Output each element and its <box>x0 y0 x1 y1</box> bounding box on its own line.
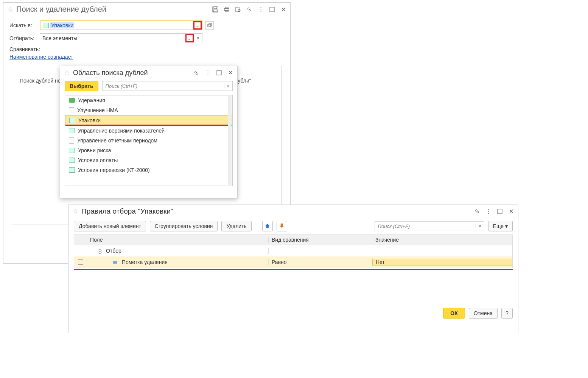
catalog-icon <box>69 148 75 153</box>
group-conditions-button[interactable]: Сгруппировать условия <box>150 221 218 231</box>
collapse-icon[interactable]: − <box>98 249 102 254</box>
help-button[interactable]: ? <box>501 308 513 319</box>
list-item-label: Условия перевозки (КТ-2000) <box>78 167 150 173</box>
col-val-header[interactable]: Значение <box>372 237 512 243</box>
list-item-label: Условия оплаты <box>78 157 118 163</box>
table-group-row[interactable]: − Отбор <box>74 245 512 256</box>
win3-search-clear[interactable]: × <box>476 223 484 229</box>
table-body: − Отбор Пометка удаления Равно Нет <box>74 245 513 268</box>
maximize-icon[interactable] <box>497 208 503 214</box>
compare-label: Сравнивать: <box>9 46 40 52</box>
list-item[interactable]: Улучшение НМА <box>65 105 232 115</box>
search-in-open-button[interactable] <box>205 21 214 30</box>
table-header: Поле Вид сравнения Значение <box>74 234 513 245</box>
table-row[interactable]: Пометка удаления Равно Нет <box>74 256 512 268</box>
star-icon[interactable]: ☆ <box>64 69 70 77</box>
list-item-label: Улучшение НМА <box>77 107 118 113</box>
red-underline <box>65 125 232 126</box>
win3-search-input[interactable] <box>375 223 476 229</box>
filter-rules-window: ☆ Правила отбора "Упаковки" ⋮ ✕ Добавить… <box>68 205 518 333</box>
document-icon <box>69 137 74 144</box>
win2-search[interactable]: × <box>102 81 233 91</box>
col-field-header[interactable]: Поле <box>87 237 269 243</box>
close-icon[interactable]: ✕ <box>508 208 514 214</box>
close-icon[interactable]: ✕ <box>280 6 286 12</box>
ok-button[interactable]: ОК <box>443 308 465 319</box>
search-in-value: Упаковки <box>50 22 74 28</box>
svg-rect-9 <box>270 7 274 12</box>
more-icon[interactable]: ⋮ <box>485 208 492 214</box>
add-element-button[interactable]: Добавить новый элемент <box>74 221 146 231</box>
list-item-label: Управление версиями показателей <box>78 128 165 134</box>
win3-footer: ОК Отмена ? <box>68 304 518 322</box>
win2-search-input[interactable] <box>103 83 224 89</box>
svg-rect-5 <box>225 11 228 12</box>
move-down-button[interactable]: 🡇 <box>277 221 287 231</box>
link-icon[interactable] <box>246 6 252 12</box>
filter-field[interactable]: Все элементы … × <box>40 33 202 43</box>
svg-rect-4 <box>225 7 228 8</box>
preview-icon[interactable] <box>235 6 241 12</box>
win3-search[interactable]: × <box>375 221 484 231</box>
scrollbar[interactable] <box>228 96 232 185</box>
row-checkbox[interactable] <box>78 259 83 265</box>
list-item[interactable]: Уровни риска <box>65 145 232 155</box>
search-in-row: Искать в: Упаковки … <box>3 19 290 32</box>
maximize-icon[interactable] <box>216 70 222 76</box>
link-icon[interactable] <box>474 208 480 214</box>
list-item[interactable]: Управление версиями показателей <box>65 126 232 136</box>
list-item[interactable]: Условия перевозки (КТ-2000) <box>65 165 232 175</box>
select-button[interactable]: Выбрать <box>65 81 98 91</box>
filter-clear-button[interactable]: × <box>194 34 202 42</box>
more-icon[interactable]: ⋮ <box>205 70 211 76</box>
more-button[interactable]: Еще ▾ <box>488 221 513 231</box>
win3-titlebar: ☆ Правила отбора "Упаковки" ⋮ ✕ <box>68 205 518 218</box>
row-val[interactable]: Нет <box>372 259 512 266</box>
field-icon <box>113 261 117 264</box>
row-comp: Равно <box>269 259 372 265</box>
search-in-choose-button[interactable]: … <box>193 21 202 30</box>
row-field: Пометка удаления <box>122 259 168 265</box>
cancel-button[interactable]: Отмена <box>469 308 498 319</box>
filter-row: Отбирать: Все элементы … × <box>3 32 290 45</box>
col-comp-header[interactable]: Вид сравнения <box>269 237 372 243</box>
catalog-icon <box>69 167 75 173</box>
move-up-button[interactable]: 🡅 <box>262 221 273 231</box>
win3-titlebar-icons: ⋮ ✕ <box>474 208 514 214</box>
save-icon[interactable] <box>212 6 218 12</box>
more-button-label: Еще <box>493 223 504 229</box>
group-icon <box>69 98 75 103</box>
svg-rect-12 <box>217 70 221 75</box>
win3-toolbar: Добавить новый элемент Сгруппировать усл… <box>68 218 518 234</box>
compare-link[interactable]: Наименование совпадает <box>9 54 73 60</box>
list-item[interactable]: Условия оплаты <box>65 155 232 165</box>
search-area-list[interactable]: Удержания Улучшение НМА Упаковки Управле… <box>65 95 233 186</box>
filter-label: Отбирать: <box>9 35 37 41</box>
star-icon[interactable]: ☆ <box>72 207 78 216</box>
win2-title: Область поиска дублей <box>73 69 193 77</box>
svg-line-8 <box>240 11 241 12</box>
compare-row: Сравнивать: Наименование совпадает <box>3 45 290 61</box>
star-icon[interactable]: ☆ <box>7 5 13 14</box>
catalog-icon <box>69 158 75 163</box>
maximize-icon[interactable] <box>269 6 275 12</box>
svg-rect-3 <box>224 8 229 11</box>
link-icon[interactable] <box>193 70 199 76</box>
win2-titlebar: ☆ Область поиска дублей ⋮ ✕ <box>60 66 237 79</box>
svg-rect-13 <box>498 209 502 214</box>
win2-search-clear[interactable]: × <box>224 83 232 89</box>
list-item-selected[interactable]: Упаковки <box>65 115 232 126</box>
more-icon[interactable]: ⋮ <box>258 6 264 12</box>
print-icon[interactable] <box>224 6 230 12</box>
group-label: Отбор <box>106 248 121 254</box>
catalog-icon <box>69 128 75 133</box>
catalog-icon <box>43 23 49 28</box>
win1-title: Поиск и удаление дублей <box>16 5 212 14</box>
filter-choose-button[interactable]: … <box>185 34 194 42</box>
close-icon[interactable]: ✕ <box>227 70 233 76</box>
delete-button[interactable]: Удалить <box>221 221 251 231</box>
list-item[interactable]: Управление отчетным периодом <box>65 136 232 145</box>
search-in-field[interactable]: Упаковки … <box>40 20 202 30</box>
list-item[interactable]: Удержания <box>65 95 232 105</box>
win1-titlebar-icons: ⋮ ✕ <box>212 6 286 12</box>
